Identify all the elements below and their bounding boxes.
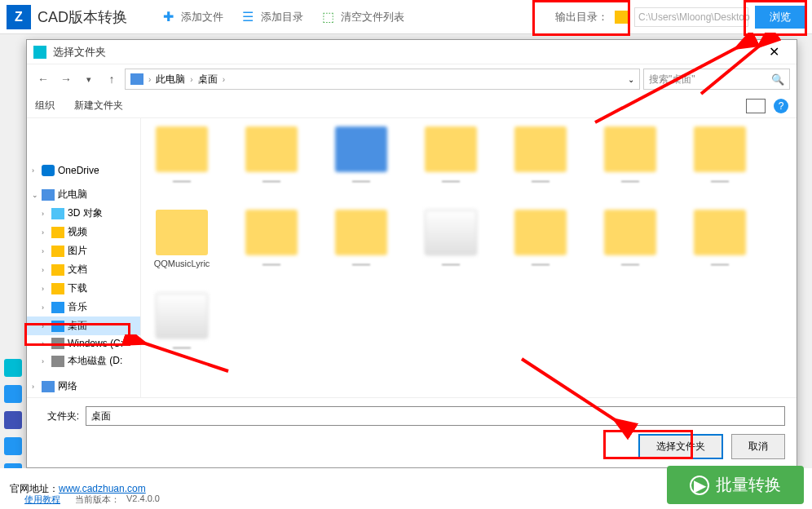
folder-item[interactable]: —— — [508, 126, 573, 185]
chevron-icon: › — [190, 75, 192, 84]
folder-item[interactable]: —— — [239, 126, 304, 185]
sidebar-icon-1[interactable] — [4, 359, 22, 377]
tree-item-music[interactable]: ›音乐 — [27, 298, 140, 316]
play-icon: ▶ — [690, 476, 709, 495]
file-item[interactable]: —— — [149, 293, 214, 352]
clear-list-button[interactable]: ⬚ 清空文件列表 — [320, 9, 404, 25]
dialog-footer: 文件夹: 选择文件夹 取消 — [27, 397, 797, 467]
folder-item[interactable]: —— — [598, 210, 663, 268]
browse-button[interactable]: 浏览 — [755, 6, 805, 29]
folder-item[interactable]: —— — [508, 210, 573, 268]
forward-button[interactable]: → — [56, 69, 76, 89]
dialog-toolbar: 组织 新建文件夹 ? — [27, 94, 797, 118]
folder-input-label: 文件夹: — [38, 409, 79, 423]
output-path-field[interactable]: C:\Users\Mloong\Desktop — [634, 7, 748, 27]
folder-item[interactable]: —— — [687, 210, 752, 268]
dialog-body: ›OneDrive ⌄此电脑 ›3D 对象 ›视频 ›图片 ›文档 ›下载 ›音… — [27, 118, 797, 397]
view-mode-button[interactable] — [746, 99, 766, 113]
sidebar-icon-4[interactable] — [4, 437, 22, 455]
app-logo-icon: Z — [7, 5, 31, 29]
clear-list-label: 清空文件列表 — [341, 10, 404, 24]
tree-item-onedrive[interactable]: ›OneDrive — [27, 162, 140, 179]
chevron-icon: › — [148, 75, 151, 84]
dialog-titlebar: 选择文件夹 ✕ — [27, 40, 797, 64]
breadcrumb-desktop[interactable]: 桌面 — [198, 73, 218, 86]
pc-icon — [130, 73, 143, 85]
history-dropdown[interactable]: ▾ — [79, 69, 99, 89]
file-grid[interactable]: —— —— —— —— —— —— —— QQMusicLyric —— —— … — [141, 118, 797, 397]
folder-item[interactable]: —— — [418, 210, 483, 268]
dialog-title-icon — [33, 46, 46, 59]
tree-item-downloads[interactable]: ›下载 — [27, 279, 140, 298]
back-button[interactable]: ← — [33, 69, 53, 89]
breadcrumb-bar[interactable]: › 此电脑 › 桌面 › ⌄ — [125, 69, 640, 90]
add-file-button[interactable]: ✚ 添加文件 — [160, 9, 223, 25]
add-dir-button[interactable]: ☰ 添加目录 — [240, 9, 303, 25]
tree-item-windows-c[interactable]: ›Windows (C: — [27, 335, 140, 352]
folder-item[interactable]: —— — [239, 210, 304, 268]
batch-convert-label: 批量转换 — [716, 474, 781, 496]
list-icon: ☰ — [240, 9, 256, 25]
folder-name-input[interactable] — [86, 406, 785, 426]
path-dropdown-icon[interactable]: ⌄ — [628, 75, 634, 84]
tree-item-videos[interactable]: ›视频 — [27, 223, 140, 241]
folder-icon — [615, 11, 629, 24]
dialog-title: 选择文件夹 — [53, 45, 757, 60]
tree-item-local-d[interactable]: ›本地磁盘 (D: — [27, 352, 140, 370]
tree-item-desktop[interactable]: ›桌面 — [27, 316, 140, 335]
tree-item-this-pc[interactable]: ⌄此电脑 — [27, 185, 140, 204]
select-folder-button[interactable]: 选择文件夹 — [638, 434, 723, 459]
version-value: V2.4.0.0 — [126, 494, 160, 506]
app-header: Z CAD版本转换 ✚ 添加文件 ☰ 添加目录 ⬚ 清空文件列表 输出目录： C… — [0, 0, 812, 34]
folder-tree: ›OneDrive ⌄此电脑 ›3D 对象 ›视频 ›图片 ›文档 ›下载 ›音… — [27, 118, 141, 397]
tree-item-documents[interactable]: ›文档 — [27, 260, 140, 279]
folder-item[interactable]: —— — [687, 126, 752, 185]
output-dir-label: 输出目录： — [555, 10, 608, 24]
site-link[interactable]: www.cadzhuan.com — [59, 483, 146, 494]
app-title: CAD版本转换 — [38, 7, 127, 27]
search-input[interactable]: 搜索"桌面" 🔍 — [643, 69, 790, 90]
folder-item[interactable]: —— — [418, 126, 483, 185]
dialog-nav-row: ← → ▾ ↑ › 此电脑 › 桌面 › ⌄ 搜索"桌面" 🔍 — [27, 64, 797, 94]
folder-item[interactable]: —— — [329, 126, 394, 185]
left-sidebar-icons — [0, 359, 26, 481]
tutorial-link[interactable]: 使用教程 — [24, 494, 60, 506]
organize-button[interactable]: 组织 — [35, 99, 55, 113]
clear-icon: ⬚ — [320, 9, 336, 25]
folder-picker-dialog: 选择文件夹 ✕ ← → ▾ ↑ › 此电脑 › 桌面 › ⌄ 搜索"桌面" 🔍 … — [26, 39, 797, 468]
new-folder-button[interactable]: 新建文件夹 — [74, 99, 123, 113]
add-file-label: 添加文件 — [181, 10, 223, 24]
search-placeholder: 搜索"桌面" — [649, 73, 695, 86]
plus-icon: ✚ — [160, 9, 176, 25]
folder-item[interactable]: —— — [598, 126, 663, 185]
chevron-icon: › — [223, 75, 225, 84]
batch-convert-button[interactable]: ▶ 批量转换 — [667, 466, 804, 504]
help-icon[interactable]: ? — [774, 99, 788, 113]
tree-item-network[interactable]: ›网络 — [27, 377, 140, 396]
add-dir-label: 添加目录 — [261, 10, 303, 24]
folder-item-qqmusic[interactable]: QQMusicLyric — [149, 210, 214, 268]
search-icon: 🔍 — [771, 73, 784, 86]
cancel-button[interactable]: 取消 — [731, 434, 785, 459]
close-button[interactable]: ✕ — [757, 41, 790, 64]
tree-item-blurred[interactable] — [27, 122, 140, 162]
sidebar-icon-3[interactable] — [4, 411, 22, 429]
up-button[interactable]: ↑ — [102, 69, 121, 89]
sidebar-icon-2[interactable] — [4, 385, 22, 403]
breadcrumb-pc[interactable]: 此电脑 — [156, 73, 185, 86]
tree-item-3d-objects[interactable]: ›3D 对象 — [27, 204, 140, 223]
folder-item[interactable]: —— — [329, 210, 394, 268]
folder-item[interactable]: —— — [149, 126, 214, 185]
tree-item-pictures[interactable]: ›图片 — [27, 241, 140, 260]
version-label: 当前版本： — [75, 494, 120, 506]
